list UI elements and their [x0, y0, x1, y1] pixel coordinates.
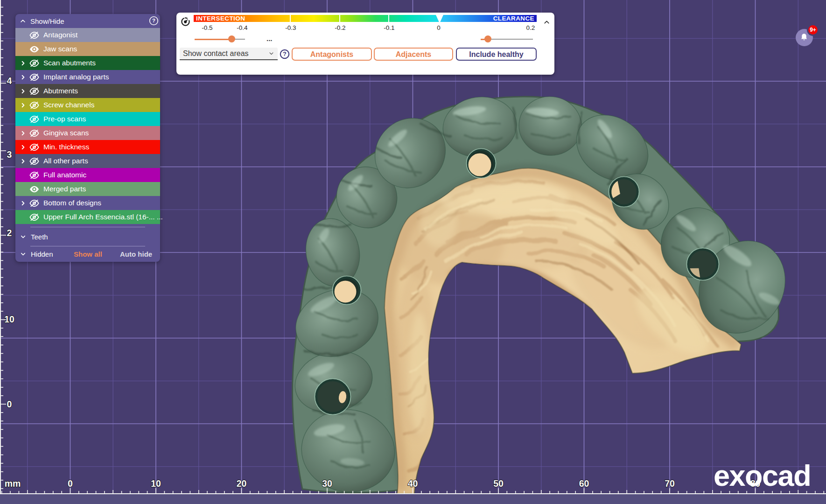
svg-text:?: ? [152, 18, 155, 23]
svg-text:?: ? [283, 50, 287, 57]
